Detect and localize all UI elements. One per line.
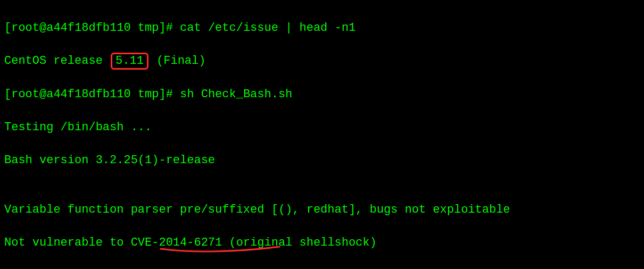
prompt-at: @ [39, 21, 46, 35]
prompt-user: root [11, 21, 39, 35]
prompt-line-2: [root@a44f18dfb110 tmp]# sh Check_Bash.s… [4, 86, 640, 103]
prompt-cwd: tmp [138, 21, 159, 35]
os-suffix: (Final) [150, 54, 206, 68]
output-parser: Variable function parser pre/suffixed [(… [4, 201, 640, 218]
os-version: 5.11 [115, 54, 144, 68]
terminal-output: [root@a44f18dfb110 tmp]# cat /etc/issue … [0, 0, 644, 269]
prompt-host: a44f18dfb110 [46, 21, 130, 35]
prompt-line-1: [root@a44f18dfb110 tmp]# cat /etc/issue … [4, 20, 640, 36]
os-prefix: CentOS release [4, 54, 110, 68]
prompt-close: ] [159, 21, 166, 35]
output-cve-6271: Not vulnerable to CVE-2014-6271 (origina… [4, 234, 640, 251]
prompt-open: [ [4, 21, 11, 35]
output-testing: Testing /bin/bash ... [4, 119, 640, 136]
command-1: cat /etc/issue | head -n1 [180, 21, 356, 35]
command-2: sh Check_Bash.sh [180, 88, 292, 101]
version-highlight-box: 5.11 [111, 53, 148, 70]
prompt-hash: # [166, 21, 173, 35]
output-bash-version: Bash version 3.2.25(1)-release [4, 152, 640, 169]
os-release-line: CentOS release 5.11 (Final) [4, 53, 640, 70]
